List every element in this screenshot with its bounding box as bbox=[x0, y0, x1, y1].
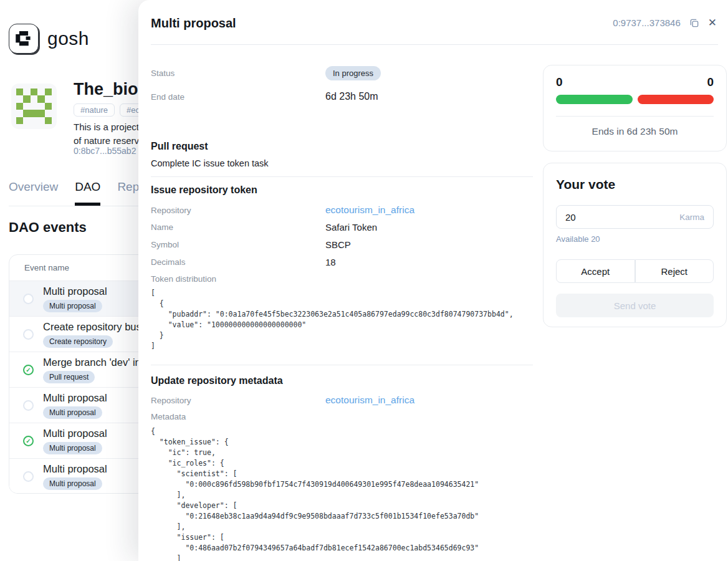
event-status-icon bbox=[23, 400, 34, 411]
available-karma-text: Available 20 bbox=[556, 234, 714, 244]
vote-bars bbox=[556, 95, 714, 104]
repository-label: Repository bbox=[151, 396, 325, 405]
modal-address-row: 0:9737...373846 ✕ bbox=[613, 17, 717, 28]
metadata-code: { "token_issue": { "ic": true, "ic_roles… bbox=[151, 426, 479, 561]
accept-count: 0 bbox=[556, 75, 563, 89]
project-description: This is a project of nature reserv bbox=[74, 120, 139, 148]
repository-link[interactable]: ecotourism_in_africa bbox=[325, 204, 414, 216]
token-name-value: Safari Token bbox=[325, 222, 377, 233]
project-avatar bbox=[11, 84, 57, 129]
event-title: Merge branch 'dev' into bbox=[43, 357, 149, 368]
end-date-row: End date 6d 23h 50m bbox=[151, 91, 533, 102]
description-line: This is a project bbox=[74, 120, 139, 134]
event-title: Multi proposal bbox=[43, 392, 107, 404]
address-text: 0:8bc7...b55ab2 bbox=[74, 146, 136, 156]
metadata-repository-row: Repository ecotourism_in_africa bbox=[151, 395, 533, 406]
event-status-icon bbox=[23, 329, 34, 340]
event-type-badge: Pull request bbox=[43, 371, 95, 383]
event-status-icon bbox=[23, 365, 34, 375]
repository-row: Repository ecotourism_in_africa bbox=[151, 204, 533, 216]
issue-token-heading: Issue repository token bbox=[151, 185, 257, 196]
update-metadata-heading: Update repository metadata bbox=[151, 375, 283, 386]
vote-choice-group: Accept Reject bbox=[556, 259, 714, 283]
copy-icon[interactable] bbox=[689, 18, 699, 28]
end-date-label: End date bbox=[151, 92, 325, 102]
symbol-label: Symbol bbox=[151, 240, 325, 249]
gosh-logo-icon[interactable] bbox=[9, 24, 39, 54]
event-title: Multi proposal bbox=[43, 428, 107, 439]
pull-request-text: Complete IC issue token task bbox=[151, 158, 269, 168]
metadata-label: Metadata bbox=[151, 412, 186, 421]
status-label: Status bbox=[151, 69, 325, 78]
karma-amount-input[interactable] bbox=[565, 212, 679, 223]
token-decimals-row: Decimals 18 bbox=[151, 257, 533, 267]
header-brand: gosh bbox=[9, 24, 89, 54]
close-icon: ✕ bbox=[708, 17, 717, 28]
repository-link[interactable]: ecotourism_in_africa bbox=[325, 395, 414, 406]
section-divider bbox=[151, 176, 533, 177]
tab-dao[interactable]: DAO bbox=[75, 179, 100, 195]
reject-bar bbox=[638, 95, 714, 104]
reject-button[interactable]: Reject bbox=[635, 259, 714, 283]
event-type-badge: Multi proposal bbox=[43, 300, 102, 312]
pull-request-heading: Pull request bbox=[151, 141, 208, 152]
section-divider bbox=[151, 365, 533, 365]
karma-unit-label: Karma bbox=[679, 213, 704, 222]
ends-in-text: Ends in 6d 23h 50m bbox=[556, 126, 714, 137]
tag-nature[interactable]: #nature bbox=[74, 103, 115, 117]
close-button[interactable]: ✕ bbox=[708, 17, 717, 28]
event-status-icon bbox=[23, 471, 34, 482]
event-title: Create repository busi bbox=[43, 321, 143, 333]
card-divider bbox=[556, 116, 714, 117]
proposal-address: 0:9737...373846 bbox=[613, 17, 680, 28]
vote-results-card: 0 0 Ends in 6d 23h 50m bbox=[543, 65, 727, 151]
event-status-icon bbox=[23, 436, 34, 446]
token-symbol-row: Symbol SBCP bbox=[151, 239, 533, 250]
repository-label: Repository bbox=[151, 206, 325, 215]
header-divider bbox=[151, 44, 718, 45]
event-type-badge: Multi proposal bbox=[43, 406, 102, 419]
status-badge: In progress bbox=[325, 66, 381, 80]
event-title: Multi proposal bbox=[43, 463, 107, 475]
your-vote-card: Your vote Karma Available 20 Accept Reje… bbox=[543, 163, 727, 327]
identicon bbox=[16, 89, 52, 124]
pixel-c-glyph bbox=[13, 28, 34, 49]
token-symbol-value: SBCP bbox=[325, 239, 351, 250]
token-name-row: Name Safari Token bbox=[151, 222, 533, 233]
vote-counts: 0 0 bbox=[556, 75, 714, 89]
app-root: gosh The_biod #nature #eco This is a pro… bbox=[0, 0, 728, 561]
modal-title: Multi proposal bbox=[151, 16, 236, 31]
reject-count: 0 bbox=[707, 75, 714, 89]
end-date-value: 6d 23h 50m bbox=[325, 91, 378, 102]
project-title: The_biod bbox=[74, 80, 148, 99]
accept-button[interactable]: Accept bbox=[556, 259, 635, 283]
send-vote-button[interactable]: Send vote bbox=[556, 294, 714, 317]
karma-input-wrap: Karma bbox=[556, 205, 714, 229]
your-vote-heading: Your vote bbox=[556, 177, 714, 192]
status-row: Status In progress bbox=[151, 66, 533, 80]
token-distribution-label: Token distribution bbox=[151, 274, 216, 284]
event-title: Multi proposal bbox=[43, 285, 107, 297]
name-label: Name bbox=[151, 223, 325, 232]
event-type-badge: Multi proposal bbox=[43, 477, 102, 490]
project-tabs: Overview DAO Repos bbox=[9, 179, 151, 195]
dao-events-heading: DAO events bbox=[9, 219, 87, 236]
token-distribution-code: [ { "pubaddr": "0:0a1a70fe45f5bec3223063… bbox=[151, 288, 514, 352]
event-type-badge: Multi proposal bbox=[43, 442, 102, 454]
decimals-label: Decimals bbox=[151, 257, 325, 267]
event-status-icon bbox=[23, 294, 34, 304]
brand-name: gosh bbox=[47, 28, 89, 49]
accept-bar bbox=[556, 95, 633, 104]
event-type-badge: Create repository bbox=[43, 335, 113, 348]
proposal-modal: Multi proposal 0:9737...373846 ✕ Status … bbox=[138, 0, 728, 561]
tab-overview[interactable]: Overview bbox=[9, 179, 58, 195]
token-decimals-value: 18 bbox=[325, 257, 336, 267]
